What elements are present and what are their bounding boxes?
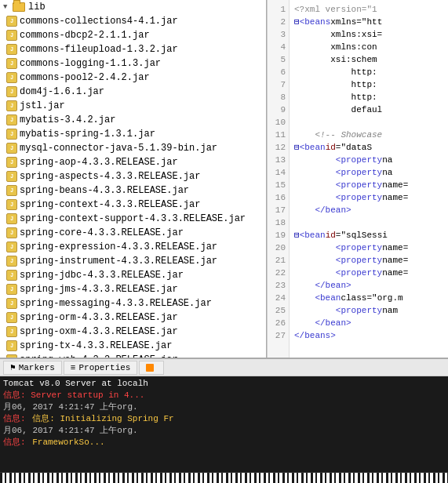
code-line: defaul [294,104,443,116]
console-server-line: Tomcat v8.0 Server at localh [3,378,445,390]
list-item[interactable]: J dom4j-1.6.1.jar [0,85,266,99]
list-item[interactable]: J commons-fileupload-1.3.2.jar [0,42,266,56]
item-label: jstl.jar [20,100,65,111]
list-item[interactable]: J spring-expression-4.3.3.RELEASE.jar [0,240,266,254]
list-item[interactable]: J spring-jms-4.3.3.RELEASE.jar [0,282,266,296]
list-item[interactable]: J spring-core-4.3.3.RELEASE.jar [0,226,266,240]
jar-icon: J [6,44,17,55]
list-item[interactable]: J commons-collections4-4.1.jar [0,14,266,28]
item-label: spring-core-4.3.3.RELEASE.jar [20,227,184,238]
list-item[interactable]: J spring-jdbc-4.3.3.RELEASE.jar [0,268,266,282]
code-editor: 12345 678910 1112131415 1617181920 21222… [268,0,448,358]
list-item[interactable]: J mybatis-spring-1.3.1.jar [0,127,266,141]
list-item[interactable]: J commons-logging-1.1.3.jar [0,56,266,71]
bottom-area: ⚑ Markers ≡ Properties Tomcat v8.0 Serve… [0,358,448,483]
bottom-tabs: ⚑ Markers ≡ Properties [0,359,448,376]
code-line: xmlns:xsi= [294,28,443,41]
jar-icon: J [6,72,17,83]
list-item[interactable]: J spring-aspects-4.3.3.RELEASE.jar [0,169,266,183]
code-line: <property nam [294,304,443,317]
code-line: <!-- Showcase [294,129,443,141]
jar-icon: J [6,270,17,281]
list-item[interactable]: J mybatis-3.4.2.jar [0,113,266,127]
item-label: mybatis-spring-1.3.1.jar [20,129,155,140]
jar-icon: J [6,256,17,267]
code-line: <property name= [294,242,443,254]
code-line: </bean> [294,279,443,292]
jar-icon: J [6,58,17,69]
list-item[interactable]: J spring-tx-4.3.3.RELEASE.jar [0,339,266,353]
list-item[interactable]: J spring-orm-4.3.3.RELEASE.jar [0,310,266,325]
item-label: commons-collections4-4.1.jar [20,16,178,27]
jar-icon: J [6,199,17,210]
item-label: spring-messaging-4.3.3.RELEASE.jar [20,298,212,309]
jar-icon: J [6,340,17,351]
list-item[interactable]: J jstl.jar [0,99,266,113]
list-item[interactable]: J spring-oxm-4.3.3.RELEASE.jar [0,325,266,339]
item-label: spring-orm-4.3.3.RELEASE.jar [20,312,178,323]
item-label: spring-aspects-4.3.3.RELEASE.jar [20,171,200,182]
list-item[interactable]: J spring-instrument-4.3.3.RELEASE.jar [0,254,266,268]
jar-icon: J [6,143,17,154]
code-line: <property name= [294,267,443,279]
code-line: http: [294,66,443,78]
file-tree-panel: ▼ lib J commons-collections4-4.1.jar J c… [0,0,267,358]
file-tree-scroll[interactable]: J commons-collections4-4.1.jar J commons… [0,14,266,358]
code-line: xmlns:con [294,41,443,53]
markers-icon: ⚑ [10,362,16,372]
list-item[interactable]: J spring-beans-4.3.3.RELEASE.jar [0,183,266,198]
code-line [294,216,443,229]
item-label: spring-oxm-4.3.3.RELEASE.jar [20,326,178,337]
tab-markers[interactable]: ⚑ Markers [3,361,62,375]
tab-console[interactable] [139,361,164,375]
jar-icon: J [6,242,17,252]
lib-row[interactable]: ▼ lib [0,0,266,14]
server-text: Tomcat v8.0 Server at localh [3,379,148,388]
list-item[interactable]: J commons-dbcp2-2.1.1.jar [0,28,266,42]
console-line: 月06, 2017 4:21:47 上午org. [3,401,445,413]
code-line: <property name= [294,254,443,267]
code-line: <bean class="org.m [294,292,443,304]
list-item[interactable]: J spring-messaging-4.3.3.RELEASE.jar [0,296,266,310]
list-item[interactable]: J mysql-connector-java-5.1.39-bin.jar [0,141,266,155]
item-label: spring-jms-4.3.3.RELEASE.jar [20,284,178,295]
code-line: <property na [294,154,443,166]
main-container: ▼ lib J commons-collections4-4.1.jar J c… [0,0,448,483]
tab-properties[interactable]: ≡ Properties [64,361,138,375]
item-label: dom4j-1.6.1.jar [20,86,104,97]
jar-icon: J [6,100,17,111]
console-area: Tomcat v8.0 Server at localh 信息: Server … [0,376,448,472]
jar-icon: J [6,129,17,140]
item-label: commons-logging-1.1.3.jar [20,58,161,69]
list-item[interactable]: J commons-pool2-2.4.2.jar [0,71,266,85]
jar-icon: J [6,312,17,323]
jar-icon: J [6,227,17,238]
item-label: spring-aop-4.3.3.RELEASE.jar [20,157,178,168]
jar-icon: J [6,114,17,125]
item-label: commons-pool2-2.4.2.jar [20,72,150,83]
line-numbers: 12345 678910 1112131415 1617181920 21222… [268,0,290,358]
code-line: </beans> [294,329,443,342]
console-line: 信息: FrameworkSo... [3,437,445,448]
code-panel: 12345 678910 1112131415 1617181920 21222… [267,0,448,358]
console-prefix: 信息: Server startup in 4... [3,390,144,400]
item-label: spring-context-support-4.3.3.RELEASE.jar [20,213,246,224]
list-item[interactable]: J spring-context-support-4.3.3.RELEASE.j… [0,212,266,226]
console-prefix: 信息: [3,438,31,447]
list-item[interactable]: J spring-aop-4.3.3.RELEASE.jar [0,155,266,169]
tab-markers-label: Markers [19,363,55,372]
jar-icon: J [6,326,17,337]
console-text: 月06, 2017 4:21:47 上午org. [3,426,138,435]
folder-icon [13,2,25,12]
code-line: </bean> [294,204,443,216]
item-label: spring-jdbc-4.3.3.RELEASE.jar [20,270,184,281]
jar-icon: J [6,30,17,41]
list-item[interactable]: J spring-context-4.3.3.RELEASE.jar [0,198,266,212]
tab-properties-label: Properties [78,363,130,372]
torn-edge [0,472,448,483]
item-label: mysql-connector-java-5.1.39-bin.jar [20,143,217,154]
console-prefix: 信息: [3,414,31,423]
code-line: </bean> [294,317,443,329]
jar-icon: J [6,171,17,182]
lib-label: lib [28,2,46,13]
